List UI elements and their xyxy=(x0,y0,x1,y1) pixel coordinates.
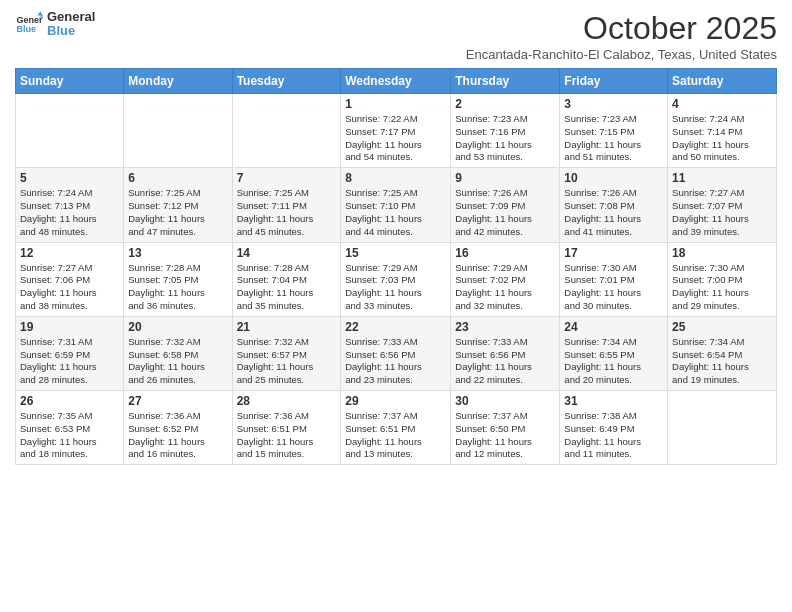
sunrise-text: Sunrise: 7:27 AM xyxy=(20,262,92,273)
daylight-hours: Daylight: 11 hoursand 48 minutes. xyxy=(20,213,97,237)
svg-text:Blue: Blue xyxy=(16,25,36,35)
day-number: 4 xyxy=(672,97,772,111)
sunrise-text: Sunrise: 7:23 AM xyxy=(564,113,636,124)
daylight-hours: Daylight: 11 hoursand 15 minutes. xyxy=(237,436,314,460)
cell-content: Sunrise: 7:23 AMSunset: 7:16 PMDaylight:… xyxy=(455,113,555,164)
day-number: 16 xyxy=(455,246,555,260)
sunset-text: Sunset: 7:10 PM xyxy=(345,200,415,211)
logo: General Blue General Blue xyxy=(15,10,95,39)
day-number: 21 xyxy=(237,320,337,334)
daylight-hours: Daylight: 11 hoursand 28 minutes. xyxy=(20,361,97,385)
sunrise-text: Sunrise: 7:29 AM xyxy=(345,262,417,273)
sunset-text: Sunset: 7:14 PM xyxy=(672,126,742,137)
sunrise-text: Sunrise: 7:24 AM xyxy=(672,113,744,124)
calendar-cell: 5Sunrise: 7:24 AMSunset: 7:13 PMDaylight… xyxy=(16,168,124,242)
daylight-hours: Daylight: 11 hoursand 30 minutes. xyxy=(564,287,641,311)
cell-content: Sunrise: 7:38 AMSunset: 6:49 PMDaylight:… xyxy=(564,410,663,461)
sunset-text: Sunset: 6:51 PM xyxy=(237,423,307,434)
calendar-header-row: SundayMondayTuesdayWednesdayThursdayFrid… xyxy=(16,69,777,94)
daylight-hours: Daylight: 11 hoursand 11 minutes. xyxy=(564,436,641,460)
cell-content: Sunrise: 7:28 AMSunset: 7:05 PMDaylight:… xyxy=(128,262,227,313)
cell-content: Sunrise: 7:28 AMSunset: 7:04 PMDaylight:… xyxy=(237,262,337,313)
calendar-header-monday: Monday xyxy=(124,69,232,94)
daylight-hours: Daylight: 11 hoursand 26 minutes. xyxy=(128,361,205,385)
sunset-text: Sunset: 7:07 PM xyxy=(672,200,742,211)
day-number: 10 xyxy=(564,171,663,185)
calendar-cell: 17Sunrise: 7:30 AMSunset: 7:01 PMDayligh… xyxy=(560,242,668,316)
sunrise-text: Sunrise: 7:31 AM xyxy=(20,336,92,347)
sunset-text: Sunset: 7:05 PM xyxy=(128,274,198,285)
day-number: 11 xyxy=(672,171,772,185)
daylight-hours: Daylight: 11 hoursand 18 minutes. xyxy=(20,436,97,460)
day-number: 19 xyxy=(20,320,119,334)
sunset-text: Sunset: 7:17 PM xyxy=(345,126,415,137)
daylight-hours: Daylight: 11 hoursand 35 minutes. xyxy=(237,287,314,311)
sunrise-text: Sunrise: 7:36 AM xyxy=(128,410,200,421)
logo-text-general: General xyxy=(47,10,95,24)
calendar-cell: 1Sunrise: 7:22 AMSunset: 7:17 PMDaylight… xyxy=(341,94,451,168)
daylight-hours: Daylight: 11 hoursand 54 minutes. xyxy=(345,139,422,163)
sunrise-text: Sunrise: 7:27 AM xyxy=(672,187,744,198)
calendar-table: SundayMondayTuesdayWednesdayThursdayFrid… xyxy=(15,68,777,465)
cell-content: Sunrise: 7:23 AMSunset: 7:15 PMDaylight:… xyxy=(564,113,663,164)
calendar-cell xyxy=(232,94,341,168)
sunset-text: Sunset: 6:56 PM xyxy=(455,349,525,360)
calendar-cell: 19Sunrise: 7:31 AMSunset: 6:59 PMDayligh… xyxy=(16,316,124,390)
calendar-header-friday: Friday xyxy=(560,69,668,94)
day-number: 7 xyxy=(237,171,337,185)
calendar-cell: 10Sunrise: 7:26 AMSunset: 7:08 PMDayligh… xyxy=(560,168,668,242)
cell-content: Sunrise: 7:33 AMSunset: 6:56 PMDaylight:… xyxy=(345,336,446,387)
page: General Blue General Blue October 2025 E… xyxy=(0,0,792,612)
sunset-text: Sunset: 7:13 PM xyxy=(20,200,90,211)
day-number: 15 xyxy=(345,246,446,260)
day-number: 5 xyxy=(20,171,119,185)
calendar-cell: 8Sunrise: 7:25 AMSunset: 7:10 PMDaylight… xyxy=(341,168,451,242)
calendar-cell: 7Sunrise: 7:25 AMSunset: 7:11 PMDaylight… xyxy=(232,168,341,242)
calendar-week-4: 19Sunrise: 7:31 AMSunset: 6:59 PMDayligh… xyxy=(16,316,777,390)
sunset-text: Sunset: 7:02 PM xyxy=(455,274,525,285)
sunset-text: Sunset: 7:08 PM xyxy=(564,200,634,211)
cell-content: Sunrise: 7:36 AMSunset: 6:51 PMDaylight:… xyxy=(237,410,337,461)
day-number: 29 xyxy=(345,394,446,408)
sunset-text: Sunset: 7:09 PM xyxy=(455,200,525,211)
daylight-hours: Daylight: 11 hoursand 29 minutes. xyxy=(672,287,749,311)
calendar-header-wednesday: Wednesday xyxy=(341,69,451,94)
cell-content: Sunrise: 7:34 AMSunset: 6:55 PMDaylight:… xyxy=(564,336,663,387)
calendar-cell: 29Sunrise: 7:37 AMSunset: 6:51 PMDayligh… xyxy=(341,391,451,465)
day-number: 22 xyxy=(345,320,446,334)
daylight-hours: Daylight: 11 hoursand 42 minutes. xyxy=(455,213,532,237)
month-title: October 2025 xyxy=(466,10,777,47)
cell-content: Sunrise: 7:25 AMSunset: 7:10 PMDaylight:… xyxy=(345,187,446,238)
calendar-header-sunday: Sunday xyxy=(16,69,124,94)
location: Encantada-Ranchito-El Calaboz, Texas, Un… xyxy=(466,47,777,62)
daylight-hours: Daylight: 11 hoursand 41 minutes. xyxy=(564,213,641,237)
day-number: 9 xyxy=(455,171,555,185)
sunset-text: Sunset: 6:56 PM xyxy=(345,349,415,360)
daylight-hours: Daylight: 11 hoursand 23 minutes. xyxy=(345,361,422,385)
calendar-week-5: 26Sunrise: 7:35 AMSunset: 6:53 PMDayligh… xyxy=(16,391,777,465)
cell-content: Sunrise: 7:25 AMSunset: 7:11 PMDaylight:… xyxy=(237,187,337,238)
sunrise-text: Sunrise: 7:35 AM xyxy=(20,410,92,421)
day-number: 25 xyxy=(672,320,772,334)
sunset-text: Sunset: 6:53 PM xyxy=(20,423,90,434)
daylight-hours: Daylight: 11 hoursand 50 minutes. xyxy=(672,139,749,163)
daylight-hours: Daylight: 11 hoursand 44 minutes. xyxy=(345,213,422,237)
sunrise-text: Sunrise: 7:34 AM xyxy=(564,336,636,347)
sunset-text: Sunset: 6:54 PM xyxy=(672,349,742,360)
daylight-hours: Daylight: 11 hoursand 36 minutes. xyxy=(128,287,205,311)
sunrise-text: Sunrise: 7:24 AM xyxy=(20,187,92,198)
calendar-cell: 23Sunrise: 7:33 AMSunset: 6:56 PMDayligh… xyxy=(451,316,560,390)
sunrise-text: Sunrise: 7:37 AM xyxy=(455,410,527,421)
sunrise-text: Sunrise: 7:33 AM xyxy=(455,336,527,347)
day-number: 6 xyxy=(128,171,227,185)
calendar-cell: 12Sunrise: 7:27 AMSunset: 7:06 PMDayligh… xyxy=(16,242,124,316)
sunset-text: Sunset: 7:01 PM xyxy=(564,274,634,285)
calendar-week-2: 5Sunrise: 7:24 AMSunset: 7:13 PMDaylight… xyxy=(16,168,777,242)
sunset-text: Sunset: 6:58 PM xyxy=(128,349,198,360)
calendar-cell: 2Sunrise: 7:23 AMSunset: 7:16 PMDaylight… xyxy=(451,94,560,168)
title-block: October 2025 Encantada-Ranchito-El Calab… xyxy=(466,10,777,62)
day-number: 14 xyxy=(237,246,337,260)
cell-content: Sunrise: 7:37 AMSunset: 6:51 PMDaylight:… xyxy=(345,410,446,461)
cell-content: Sunrise: 7:26 AMSunset: 7:09 PMDaylight:… xyxy=(455,187,555,238)
calendar-cell: 30Sunrise: 7:37 AMSunset: 6:50 PMDayligh… xyxy=(451,391,560,465)
